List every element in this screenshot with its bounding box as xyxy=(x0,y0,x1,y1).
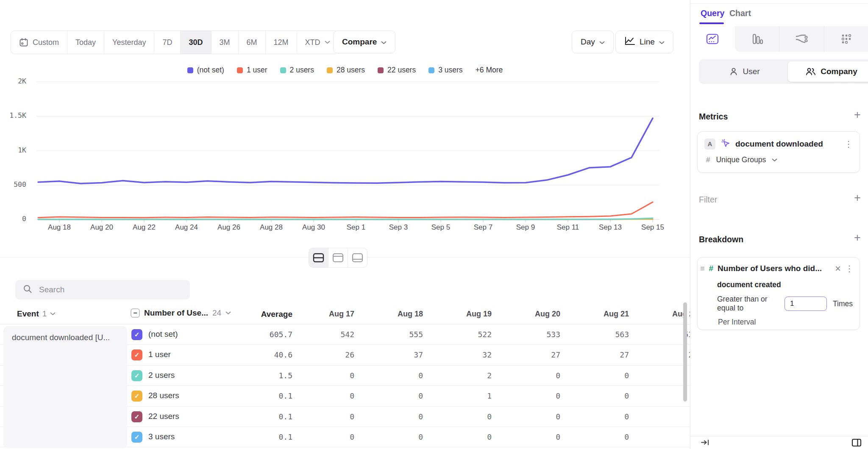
chart-type-dropdown[interactable]: Line xyxy=(615,30,673,53)
series-checkbox[interactable]: ✓ xyxy=(131,432,142,443)
range-12m[interactable]: 12M xyxy=(266,31,297,54)
user-icon xyxy=(729,67,738,76)
range-label: 7D xyxy=(162,38,172,47)
chart-type-matrix-button[interactable] xyxy=(824,26,868,52)
layout-chart-only-button[interactable] xyxy=(328,248,348,267)
cell-value: 32 xyxy=(434,350,503,359)
legend-item[interactable]: 3 users xyxy=(428,66,462,75)
breakdown-options-icon[interactable]: ⋮ xyxy=(845,264,854,273)
x-axis-tick: Aug 20 xyxy=(78,223,125,232)
legend-swatch xyxy=(237,67,243,73)
average-value: 0.1 xyxy=(237,432,292,441)
close-icon[interactable]: × xyxy=(835,263,841,274)
tab-query[interactable]: Query xyxy=(701,8,724,18)
series-label[interactable]: 3 users xyxy=(148,432,175,441)
legend-item[interactable]: 2 users xyxy=(280,66,314,75)
cell-value: 0 xyxy=(297,371,365,380)
table-scrollbar[interactable] xyxy=(683,302,687,402)
query-panel: Query Chart User xyxy=(690,0,868,449)
x-axis-tick: Aug 22 xyxy=(121,223,167,232)
series-column-dropdown[interactable]: − Number of Use... 24 xyxy=(131,308,231,318)
search-input[interactable] xyxy=(38,285,182,295)
drag-handle-icon[interactable]: ≡ xyxy=(700,264,705,273)
sidebar-toggle-icon[interactable] xyxy=(851,438,862,449)
series-label[interactable]: 28 users xyxy=(148,391,179,400)
range-custom[interactable]: Custom xyxy=(11,31,67,54)
metric-card[interactable]: A document downloaded ⋮ # Unique Groups xyxy=(697,131,860,173)
cell-value: 542 xyxy=(297,330,365,339)
breakdown-value-input[interactable] xyxy=(785,297,827,311)
bar-chart-icon xyxy=(751,33,763,45)
breakdown-per-interval[interactable]: Per Interval xyxy=(718,318,756,327)
legend-item[interactable]: 28 users xyxy=(327,66,365,75)
breakdown-card[interactable]: ≡ # Number of Users who did... × ⋮ docum… xyxy=(697,257,860,330)
flow-chart-icon xyxy=(795,33,808,44)
add-filter-button[interactable]: + xyxy=(854,192,861,204)
chart-type-bar-button[interactable] xyxy=(735,26,779,52)
series-line-(not set) xyxy=(38,118,653,183)
breakdown-hash-icon: # xyxy=(709,264,714,273)
filter-heading: Filter xyxy=(699,195,717,205)
chart-type-flow-button[interactable] xyxy=(779,26,824,52)
cell-value: 0 xyxy=(571,371,640,380)
legend-item[interactable]: (not set) xyxy=(187,66,224,75)
metrics-heading: Metrics xyxy=(699,112,728,122)
x-axis-tick: Aug 26 xyxy=(206,223,252,232)
series-checkbox[interactable]: ✓ xyxy=(131,349,142,360)
series-checkbox[interactable]: ✓ xyxy=(131,329,142,340)
measure-dropdown[interactable]: Unique Groups xyxy=(716,155,766,164)
select-all-checkbox[interactable]: − xyxy=(131,308,140,318)
legend-swatch xyxy=(378,67,384,73)
series-line-2 users xyxy=(38,218,653,219)
average-column-header: Average xyxy=(237,310,292,319)
range-label: 6M xyxy=(247,38,257,47)
toggle-user[interactable]: User xyxy=(701,61,788,82)
range-yesterday[interactable]: Yesterday xyxy=(104,31,154,54)
range-6m[interactable]: 6M xyxy=(239,31,266,54)
cell-value: 0 xyxy=(297,412,365,421)
interval-dropdown[interactable]: Day xyxy=(572,30,614,53)
event-list-item[interactable]: document downloaded [U... xyxy=(3,326,127,448)
x-axis-tick: Sep 1 xyxy=(333,223,379,232)
cell-value: 0 xyxy=(434,432,503,441)
range-7d[interactable]: 7D xyxy=(154,31,181,54)
panel-bottom-bar xyxy=(690,436,868,449)
series-label[interactable]: (not set) xyxy=(148,330,178,339)
metric-event-name[interactable]: document downloaded xyxy=(735,139,839,149)
search-box[interactable] xyxy=(15,280,190,299)
layout-split-button[interactable] xyxy=(309,248,328,267)
cell-value: 555 xyxy=(365,330,434,339)
layout-toggle-group xyxy=(309,248,367,268)
cell-value: 27 xyxy=(571,350,640,359)
series-checkbox[interactable]: ✓ xyxy=(131,370,142,381)
layout-table-only-button[interactable] xyxy=(348,248,367,267)
series-label[interactable]: 22 users xyxy=(148,412,179,421)
series-checkbox[interactable]: ✓ xyxy=(131,411,142,422)
series-count: 24 xyxy=(212,308,221,318)
range-xtd[interactable]: XTD xyxy=(297,31,338,54)
line-chart-icon xyxy=(624,36,635,48)
cell-value: 0 xyxy=(503,371,571,380)
tab-chart[interactable]: Chart xyxy=(729,8,751,18)
legend-item[interactable]: 22 users xyxy=(378,66,416,75)
collapse-panel-icon[interactable] xyxy=(701,439,710,448)
legend-item[interactable]: 1 user xyxy=(237,66,267,75)
add-metric-button[interactable]: + xyxy=(854,109,861,121)
breakdown-title[interactable]: Number of Users who did... xyxy=(718,264,831,273)
event-column-dropdown[interactable]: Event 1 xyxy=(17,309,56,319)
legend-more-link[interactable]: +6 More xyxy=(476,66,503,75)
range-3m[interactable]: 3M xyxy=(211,31,239,54)
series-label[interactable]: 1 user xyxy=(148,350,171,359)
toggle-company[interactable]: Company xyxy=(788,61,868,82)
series-checkbox[interactable]: ✓ xyxy=(131,391,142,402)
range-30d[interactable]: 30D xyxy=(181,31,211,54)
chart-type-line-button[interactable] xyxy=(690,26,735,52)
range-today[interactable]: Today xyxy=(67,31,104,54)
series-label[interactable]: 2 users xyxy=(148,371,175,380)
line-chart[interactable] xyxy=(0,75,690,233)
metric-options-icon[interactable]: ⋮ xyxy=(844,140,853,148)
add-breakdown-button[interactable]: + xyxy=(854,232,861,244)
compare-button[interactable]: Compare xyxy=(333,30,395,53)
event-spark-icon xyxy=(721,138,730,150)
legend-swatch xyxy=(428,67,434,73)
